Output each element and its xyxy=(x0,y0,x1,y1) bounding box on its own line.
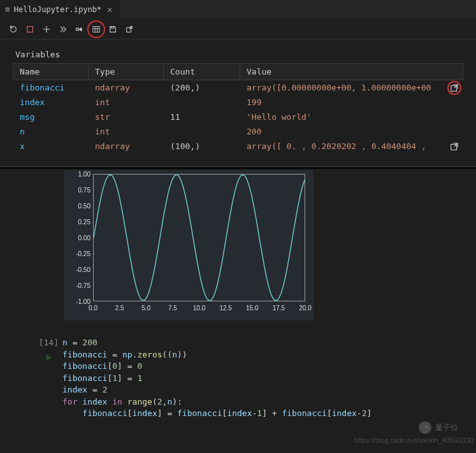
table-header-row: Name Type Count Value xyxy=(13,64,463,80)
x-tick-label: 2.5 xyxy=(115,305,124,312)
var-count: (100,) xyxy=(164,139,240,154)
var-count xyxy=(164,124,240,139)
x-tick-label: 20.0 xyxy=(299,305,311,312)
add-cell-button[interactable] xyxy=(40,22,54,36)
x-tick-label: 17.5 xyxy=(273,305,285,312)
jupyter-icon: ≡ xyxy=(5,4,10,14)
var-type: ndarray xyxy=(89,80,164,96)
var-count: 11 xyxy=(164,110,240,124)
show-variables-button[interactable] xyxy=(89,22,103,36)
variables-title: Variables xyxy=(13,46,463,63)
x-tick-label: 5.0 xyxy=(141,305,150,312)
col-name[interactable]: Name xyxy=(13,64,89,80)
col-count[interactable]: Count xyxy=(164,64,240,80)
watermark-text: 量子位 xyxy=(435,422,458,433)
run-cell-icon[interactable]: ▷ xyxy=(47,352,51,364)
x-tick-label: 7.5 xyxy=(168,305,177,312)
tab-title: HelloJupyter.ipynb* xyxy=(14,5,101,14)
var-count xyxy=(164,95,240,110)
save-button[interactable] xyxy=(106,22,120,36)
var-type: int xyxy=(89,95,164,110)
x-tick-label: 10.0 xyxy=(193,305,205,312)
wechat-icon: ◔ xyxy=(419,421,431,434)
y-tick-label: -1.00 xyxy=(68,298,90,305)
var-value: array([0.00000000e+00, 1.00000000e+00 xyxy=(240,80,463,96)
variables-table: Name Type Count Value fibonaccindarray(2… xyxy=(13,63,463,154)
expand-icon[interactable] xyxy=(449,141,460,152)
y-tick-label: -0.25 xyxy=(68,250,90,257)
close-icon[interactable]: × xyxy=(105,4,114,15)
var-type: ndarray xyxy=(89,139,164,154)
table-row[interactable]: xndarray(100,)array([ 0. , 0.2020202 , 0… xyxy=(13,139,463,154)
variables-panel: Variables Name Type Count Value fibonacc… xyxy=(0,40,476,166)
table-row[interactable]: indexint199 xyxy=(13,95,463,110)
tab-bar: ≡ HelloJupyter.ipynb* × xyxy=(0,0,476,19)
var-value: array([ 0. , 0.2020202 , 0.4040404 , xyxy=(240,139,463,154)
y-tick-label: 0.75 xyxy=(68,187,90,194)
y-tick-label: 0.50 xyxy=(68,203,90,210)
export-button[interactable] xyxy=(122,22,136,36)
chart-plot-area xyxy=(93,174,305,301)
table-row[interactable]: nint200 xyxy=(13,124,463,139)
col-value[interactable]: Value xyxy=(240,64,463,80)
run-all-button[interactable] xyxy=(56,22,70,36)
x-tick-label: 15.0 xyxy=(246,305,258,312)
svg-rect-0 xyxy=(27,26,33,32)
var-name: x xyxy=(13,139,89,154)
code-body[interactable]: n = 200fibonacci = np.zeros((n))fibonacc… xyxy=(62,337,476,420)
notebook-toolbar xyxy=(0,19,476,40)
svg-rect-3 xyxy=(111,26,113,28)
svg-rect-1 xyxy=(76,28,79,31)
col-type[interactable]: Type xyxy=(89,64,164,80)
var-name: index xyxy=(13,95,89,110)
svg-rect-2 xyxy=(93,26,100,32)
y-tick-label: -0.75 xyxy=(68,282,90,289)
notebook-tab[interactable]: ≡ HelloJupyter.ipynb* × xyxy=(0,0,120,18)
y-tick-label: 0.00 xyxy=(68,234,90,241)
var-value: 200 xyxy=(240,124,463,139)
watermark-logo: ◔ 量子位 xyxy=(419,421,458,434)
x-tick-label: 0.0 xyxy=(89,305,97,312)
var-name: msg xyxy=(13,110,89,124)
watermark-url: https://blog.csdn.net/weixin_43593330 xyxy=(354,436,473,444)
var-name: n xyxy=(13,124,89,139)
run-step-button[interactable] xyxy=(73,22,87,36)
notebook-area: 1.000.750.500.250.00-0.25-0.50-0.75-1.00… xyxy=(0,169,476,420)
expand-icon[interactable] xyxy=(449,82,460,94)
cell-prompt: [14] xyxy=(39,338,59,347)
var-count: (200,) xyxy=(164,80,240,96)
var-type: str xyxy=(89,110,164,124)
code-cell[interactable]: [14] ▷ n = 200fibonacci = np.zeros((n))f… xyxy=(0,337,476,420)
var-name: fibonacci xyxy=(13,80,89,96)
var-value: 199 xyxy=(240,95,463,110)
cell-gutter: [14] ▷ xyxy=(32,337,62,420)
y-tick-label: 0.25 xyxy=(68,219,90,226)
y-tick-label: 1.00 xyxy=(68,171,90,178)
restart-button[interactable] xyxy=(6,22,20,36)
output-chart: 1.000.750.500.250.00-0.25-0.50-0.75-1.00… xyxy=(64,170,314,320)
x-tick-label: 12.5 xyxy=(219,305,231,312)
table-row[interactable]: msgstr11'Hello world' xyxy=(13,110,463,124)
var-type: int xyxy=(89,124,164,139)
table-row[interactable]: fibonaccindarray(200,)array([0.00000000e… xyxy=(13,80,463,96)
y-tick-label: -0.50 xyxy=(68,266,90,273)
stop-button[interactable] xyxy=(23,22,37,36)
var-value: 'Hello world' xyxy=(240,110,463,124)
